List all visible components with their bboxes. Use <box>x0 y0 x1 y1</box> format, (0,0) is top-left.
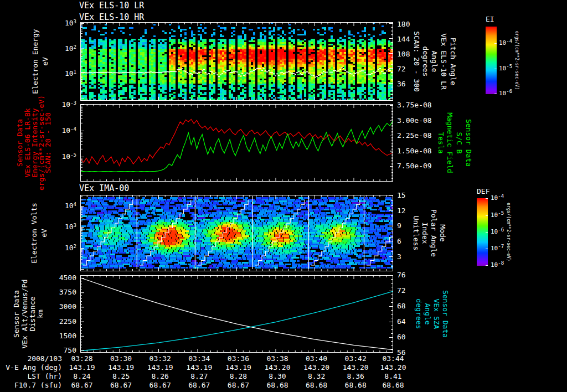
colorbar2-tickmark <box>486 265 488 266</box>
ima-spectrogram-left-axis-label: eV <box>40 229 48 238</box>
table-cell: 68.68 <box>382 381 404 389</box>
els-intensity-bfield-right-axis-label: Magnetic Field <box>446 112 453 173</box>
table-cell: 68.68 <box>266 381 288 389</box>
altitude-sza-left-axis-label: VEx Alt/Venus/Pd <box>21 279 29 348</box>
altitude-sza-left-axis-label: km <box>37 310 44 318</box>
altitude-sza-left-tick: 3000 <box>59 303 76 311</box>
colorbar2-tick: 10-6 <box>491 229 504 235</box>
altitude-sza-right-tick: 72 <box>397 287 406 295</box>
ima-spectrogram-right-tick: 6 <box>397 238 401 245</box>
table-cell: 8.27 <box>190 373 208 380</box>
els-spectrogram-right-tick: 108 <box>397 50 410 58</box>
els-intensity-bfield-right-axis-label: Tesla <box>437 132 445 153</box>
els-intensity-bfield-right-tick: 7.50e-09 <box>397 162 432 170</box>
els-intensity-bfield-left-axis-label: SCAN: 20 - 150 <box>44 112 52 173</box>
els-intensity-bfield-right-tick: 3.75e-08 <box>397 101 432 109</box>
colorbar1-tick: 10-6 <box>499 90 512 97</box>
els-spectrogram-left-tick: 103 <box>65 19 76 27</box>
panel1-title-els10-lr: VEx ELS-10 LR <box>79 2 144 11</box>
colorbar1-label: EI <box>486 16 494 23</box>
els-spectrogram-left-axis-label: eV <box>42 57 49 66</box>
altitude-sza-left-axis-label: Sensor Data <box>13 290 20 338</box>
els-spectrogram-left-tick: 101 <box>65 70 76 78</box>
ima-spectrogram-left-tick: 102 <box>65 244 76 252</box>
els-spectrogram-right-tick: 180 <box>397 20 410 28</box>
colorbar1-tickmark <box>494 69 497 69</box>
time-label: 03:42 <box>345 355 367 363</box>
time-label: 03:44 <box>382 355 404 363</box>
table-cell: 68.67 <box>110 381 132 389</box>
altitude-sza-right-tick: 68 <box>397 302 406 310</box>
els-spectrogram-left-tick: 102 <box>65 45 76 53</box>
table-cell: 68.67 <box>71 381 92 389</box>
table-cell: 143.19 <box>225 364 251 372</box>
table-cell: 68.67 <box>150 381 171 389</box>
colorbar1-tickmark <box>494 94 497 94</box>
table-cell: 143.19 <box>108 364 134 372</box>
table-cell: 143.19 <box>186 364 212 372</box>
els-spectrogram-right-axis-label: Angle <box>430 50 438 72</box>
els-intensity-bfield-left-tick: 10-5 <box>62 153 77 161</box>
altitude-sza-right-tick: 64 <box>397 318 406 326</box>
altitude-sza-left-tick: 3750 <box>59 288 76 296</box>
altitude-sza-left-tick: 2250 <box>59 318 76 326</box>
els-spectrogram-right-axis-label: SCAN: 20 - 300 <box>413 31 420 92</box>
time-label: 03:34 <box>188 355 210 363</box>
colorbar1-tickmark <box>494 43 497 44</box>
ima-spectrogram-right-tick: 15 <box>397 192 406 199</box>
colorbar2-tickmark <box>486 198 488 199</box>
els-intensity-bfield-left-axis-label: Sensor Data <box>16 119 24 167</box>
colorbar1-units: ergs/(cm**2-sr-sec-eV) <box>514 31 519 90</box>
colorbar1-tick: 10-4 <box>499 40 512 47</box>
table-row-label: V-E Ang (deg) <box>6 364 62 372</box>
colorbar2-tick: 10-5 <box>491 212 504 219</box>
els-intensity-bfield-right-axis-label: Sensor Data <box>465 119 472 167</box>
table-cell: 143.19 <box>147 364 173 372</box>
time-label: 03:30 <box>110 355 132 363</box>
ima-spectrogram-right-tick: 9 <box>397 222 401 230</box>
table-cell: 8.30 <box>269 373 286 380</box>
table-cell: 8.41 <box>384 373 401 380</box>
altitude-sza-right-axis-label: VEx SZA <box>432 299 440 329</box>
ima-spectrogram-left-axis-label: Electron Volts <box>30 203 38 264</box>
table-cell: 143.19 <box>69 364 95 372</box>
altitude-sza-right-axis-label: Angle <box>424 303 431 324</box>
table-cell: 143.20 <box>303 364 329 372</box>
els-intensity-bfield-right-tick: 2.25e-08 <box>397 132 432 140</box>
colorbar2-tickmark <box>486 215 488 216</box>
ima-spectrogram-right-axis-label: Polar Angle <box>430 209 437 257</box>
ima-spectrogram-right-axis-label: Index <box>421 222 429 244</box>
time-label: 03:36 <box>228 355 249 363</box>
table-row-label: 2008/103 <box>27 355 62 363</box>
altitude-sza-right-axis-label: degrees <box>415 299 422 329</box>
altitude-sza-right-tick: 60 <box>397 333 406 341</box>
els-spectrogram-right-axis-label: VEx ELS-10 LR <box>440 33 447 90</box>
els-spectrogram-right-tick: 36 <box>397 80 406 88</box>
colorbar2-units: ergs/(cm**2-sr-sec-eV) <box>506 203 511 261</box>
colorbar2-tick: 10-7 <box>491 245 504 252</box>
els-spectrogram-right-axis-label: degrees <box>421 47 429 77</box>
colorbar-ei <box>486 27 497 94</box>
colorbar2-tickmark <box>486 232 488 233</box>
ima-spectrogram-right-axis-label: Mode <box>439 224 446 241</box>
altitude-sza-right-axis-label: Sensor Data <box>441 290 449 338</box>
table-row-label: F10.7 (sfu) <box>14 381 62 389</box>
altitude-sza-left-tick: 750 <box>64 347 76 354</box>
ima-spectrogram-right-tick: 12 <box>397 207 406 215</box>
table-cell: 68.67 <box>228 381 249 389</box>
altitude-sza-line-canvas <box>80 275 393 353</box>
els-intensity-bfield-left-tick: 10-3 <box>62 101 77 109</box>
time-label: 03:38 <box>266 355 288 363</box>
altitude-sza-right-tick: 76 <box>397 271 406 279</box>
ima-spectrogram-right-tick: 3 <box>397 253 401 261</box>
table-cell: 8.26 <box>152 373 169 380</box>
ima-spectrogram-left-tick: 103 <box>65 223 76 231</box>
ima-spectrogram-right-axis-label: Unitless <box>412 216 420 251</box>
table-cell: 68.67 <box>188 381 210 389</box>
els-intensity-bfield-right-axis-label: S/C B <box>455 132 463 153</box>
table-cell: 8.24 <box>73 373 90 380</box>
ima-spectrogram-canvas <box>80 195 393 271</box>
els-spectrogram-right-axis-label: Pitch Angle <box>449 38 457 85</box>
table-cell: 68.68 <box>306 381 327 389</box>
els-spectrogram-left-axis-label: Electron Energy <box>32 29 39 94</box>
